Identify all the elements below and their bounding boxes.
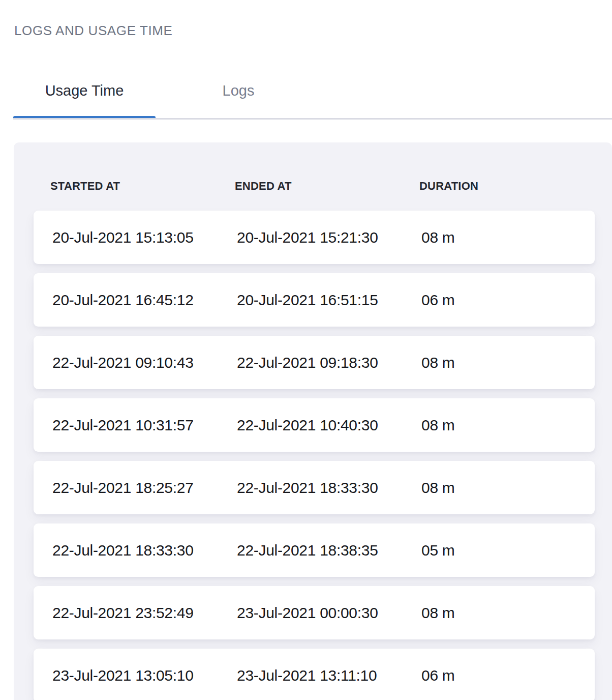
- table-row: 22-Jul-2021 09:10:43 22-Jul-2021 09:18:3…: [34, 336, 595, 389]
- cell-ended-at: 23-Jul-2021 13:11:10: [237, 667, 421, 684]
- table-row: 22-Jul-2021 23:52:49 23-Jul-2021 00:00:3…: [34, 586, 595, 639]
- tab-usage-time-label: Usage Time: [45, 82, 124, 99]
- cell-started-at: 23-Jul-2021 13:05:10: [52, 667, 237, 684]
- cell-started-at: 22-Jul-2021 18:33:30: [52, 542, 237, 559]
- cell-ended-at: 22-Jul-2021 10:40:30: [237, 417, 421, 434]
- cell-ended-at: 20-Jul-2021 16:51:15: [237, 291, 421, 309]
- usage-time-panel: STARTED AT ENDED AT DURATION 20-Jul-2021…: [14, 142, 612, 700]
- cell-ended-at: 22-Jul-2021 18:38:35: [237, 542, 421, 559]
- cell-duration: 08 m: [421, 417, 595, 434]
- table-row: 22-Jul-2021 18:33:30 22-Jul-2021 18:38:3…: [34, 523, 595, 577]
- cell-duration: 08 m: [421, 229, 595, 246]
- cell-ended-at: 20-Jul-2021 15:21:30: [237, 229, 421, 246]
- cell-duration: 08 m: [421, 354, 595, 371]
- cell-started-at: 22-Jul-2021 23:52:49: [52, 604, 237, 622]
- page-title: LOGS AND USAGE TIME: [14, 23, 172, 38]
- cell-ended-at: 22-Jul-2021 09:18:30: [237, 354, 421, 371]
- table-row: 23-Jul-2021 13:05:10 23-Jul-2021 13:11:1…: [34, 649, 595, 700]
- cell-duration: 06 m: [421, 667, 595, 684]
- tab-logs-label: Logs: [223, 82, 255, 99]
- column-header-duration: DURATION: [419, 180, 612, 193]
- table-body: 20-Jul-2021 15:13:05 20-Jul-2021 15:21:3…: [14, 211, 612, 700]
- cell-duration: 08 m: [421, 604, 595, 622]
- table-row: 20-Jul-2021 15:13:05 20-Jul-2021 15:21:3…: [34, 211, 595, 264]
- tab-logs[interactable]: Logs: [156, 76, 321, 118]
- table-row: 20-Jul-2021 16:45:12 20-Jul-2021 16:51:1…: [34, 273, 595, 327]
- cell-started-at: 22-Jul-2021 18:25:27: [52, 479, 237, 497]
- cell-started-at: 20-Jul-2021 15:13:05: [52, 229, 237, 246]
- tab-usage-time[interactable]: Usage Time: [13, 76, 156, 118]
- cell-started-at: 20-Jul-2021 16:45:12: [52, 291, 237, 309]
- column-header-ended-at: ENDED AT: [235, 180, 419, 193]
- active-tab-indicator: [13, 116, 156, 118]
- cell-ended-at: 23-Jul-2021 00:00:30: [237, 604, 421, 622]
- table-row: 22-Jul-2021 10:31:57 22-Jul-2021 10:40:3…: [34, 398, 595, 452]
- tab-bar: Usage Time Logs: [13, 76, 612, 120]
- cell-duration: 05 m: [421, 542, 595, 559]
- cell-duration: 06 m: [421, 291, 595, 309]
- cell-started-at: 22-Jul-2021 10:31:57: [52, 417, 237, 434]
- cell-duration: 08 m: [421, 479, 595, 497]
- column-header-started-at: STARTED AT: [50, 180, 235, 193]
- cell-ended-at: 22-Jul-2021 18:33:30: [237, 479, 421, 497]
- table-header-row: STARTED AT ENDED AT DURATION: [14, 142, 612, 193]
- cell-started-at: 22-Jul-2021 09:10:43: [52, 354, 237, 371]
- table-row: 22-Jul-2021 18:25:27 22-Jul-2021 18:33:3…: [34, 461, 595, 514]
